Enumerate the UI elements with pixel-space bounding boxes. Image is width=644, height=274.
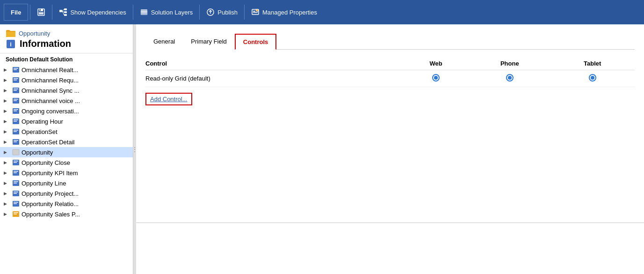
solution-layers-label: Solution Layers bbox=[151, 9, 193, 16]
svg-text:i: i bbox=[10, 41, 12, 48]
svg-rect-39 bbox=[14, 119, 18, 120]
svg-rect-64 bbox=[14, 212, 18, 213]
sidebar-item-operationset-detail[interactable]: ▶ OperationSet Detail bbox=[0, 137, 133, 147]
entity-breadcrumb: Opportunity bbox=[6, 29, 127, 37]
entity-icon bbox=[12, 190, 20, 197]
sidebar-item-label: Opportunity KPI Item bbox=[22, 170, 78, 177]
sidebar-item-opportunity[interactable]: ▶ Opportunity bbox=[0, 147, 133, 157]
tablet-radio-cell[interactable] bbox=[554, 70, 635, 87]
layers-icon bbox=[140, 8, 148, 16]
managed-properties-label: Managed Properties bbox=[262, 9, 317, 16]
entity-icon bbox=[12, 87, 20, 94]
svg-rect-20 bbox=[6, 32, 15, 37]
col-header-tablet: Tablet bbox=[554, 57, 635, 70]
managed-properties-button[interactable]: Managed Properties bbox=[246, 5, 322, 19]
sidebar-item-opportunity-sales[interactable]: ▶ Opportunity Sales P... bbox=[0, 209, 133, 219]
svg-rect-14 bbox=[141, 13, 147, 15]
chevron-right-icon: ▶ bbox=[4, 88, 10, 93]
sidebar-item-operating-hour[interactable]: ▶ Operating Hour bbox=[0, 116, 133, 126]
entity-title-text: Information bbox=[20, 38, 71, 49]
sidebar-item-label: Opportunity Project... bbox=[22, 190, 79, 197]
sidebar-item-label: Omnichannel Sync ... bbox=[22, 87, 80, 94]
sidebar: Opportunity i Information Solution Defau… bbox=[0, 24, 133, 274]
tab-controls[interactable]: Controls bbox=[235, 34, 276, 50]
svg-line-8 bbox=[62, 9, 64, 11]
tab-primary-field[interactable]: Primary Field bbox=[183, 34, 235, 50]
table-row: Read-only Grid (default) bbox=[145, 70, 635, 87]
toolbar-separator-2 bbox=[52, 5, 52, 20]
entity-title: i Information bbox=[6, 38, 127, 49]
entity-icon bbox=[12, 97, 20, 104]
folder-icon bbox=[6, 29, 16, 37]
sidebar-item-operationset[interactable]: ▶ OperationSet bbox=[0, 126, 133, 137]
sidebar-header: Opportunity i Information bbox=[0, 24, 133, 53]
svg-rect-45 bbox=[14, 140, 18, 141]
web-radio-cell[interactable] bbox=[406, 70, 469, 87]
svg-rect-31 bbox=[14, 90, 17, 91]
web-radio[interactable] bbox=[432, 74, 440, 81]
show-dependencies-button[interactable]: Show Dependencies bbox=[54, 5, 130, 19]
sidebar-item-omnichannel-voice[interactable]: ▶ Omnichannel voice ... bbox=[0, 96, 133, 106]
svg-rect-62 bbox=[14, 203, 17, 204]
svg-rect-46 bbox=[14, 141, 17, 142]
svg-rect-6 bbox=[64, 11, 67, 13]
svg-rect-40 bbox=[14, 121, 17, 122]
chevron-right-icon: ▶ bbox=[4, 119, 10, 124]
sidebar-section-title: Solution Default Solution bbox=[0, 53, 133, 65]
main-layout: Opportunity i Information Solution Defau… bbox=[0, 24, 644, 274]
svg-rect-49 bbox=[14, 161, 18, 162]
tablet-radio[interactable] bbox=[589, 74, 596, 81]
entity-icon bbox=[12, 138, 20, 146]
svg-rect-36 bbox=[14, 109, 18, 110]
file-button[interactable]: File bbox=[4, 4, 28, 21]
chevron-right-icon: ▶ bbox=[4, 181, 10, 185]
sidebar-item-omnichannel-realt[interactable]: ▶ Omnichannel Realt... bbox=[0, 65, 133, 75]
show-dependencies-label: Show Dependencies bbox=[70, 9, 126, 16]
svg-rect-56 bbox=[14, 183, 17, 184]
col-header-phone: Phone bbox=[469, 57, 554, 70]
toolbar-separator-5 bbox=[244, 5, 245, 20]
save-icon bbox=[37, 8, 45, 16]
sidebar-item-omnichannel-requ[interactable]: ▶ Omnichannel Requ... bbox=[0, 75, 133, 85]
save-button[interactable] bbox=[32, 5, 50, 19]
publish-button[interactable]: Publish bbox=[202, 5, 242, 19]
toolbar: File Show Dependencies bbox=[0, 0, 644, 24]
sidebar-item-opportunity-project[interactable]: ▶ Opportunity Project... bbox=[0, 188, 133, 199]
entity-icon bbox=[12, 200, 20, 207]
tab-general[interactable]: General bbox=[145, 34, 183, 50]
entity-icon bbox=[12, 76, 20, 84]
sidebar-item-opportunity-relatio[interactable]: ▶ Opportunity Relatio... bbox=[0, 199, 133, 209]
publish-label: Publish bbox=[217, 9, 238, 16]
entity-icon bbox=[12, 210, 20, 218]
entity-label-text: Opportunity bbox=[19, 30, 50, 37]
add-control-button[interactable]: Add Control... bbox=[145, 93, 192, 105]
svg-rect-3 bbox=[40, 9, 41, 11]
svg-rect-28 bbox=[14, 80, 17, 81]
svg-rect-43 bbox=[14, 131, 17, 132]
solution-layers-button[interactable]: Solution Layers bbox=[135, 5, 198, 19]
content-area: General Primary Field Controls Control W… bbox=[136, 24, 644, 274]
sidebar-item-ongoing-convers[interactable]: ▶ Ongoing conversati... bbox=[0, 106, 133, 116]
sidebar-item-opportunity-line[interactable]: ▶ Opportunity Line bbox=[0, 178, 133, 188]
tabs-row: General Primary Field Controls bbox=[145, 34, 635, 50]
sidebar-item-label: Ongoing conversati... bbox=[22, 108, 79, 115]
sidebar-item-opportunity-kpi[interactable]: ▶ Opportunity KPI Item bbox=[0, 168, 133, 178]
sidebar-item-label: Opportunity Sales P... bbox=[22, 211, 80, 218]
toolbar-separator-1 bbox=[30, 5, 30, 20]
svg-rect-52 bbox=[14, 171, 18, 172]
sidebar-item-label: Operating Hour bbox=[22, 118, 63, 125]
sidebar-item-opportunity-close[interactable]: ▶ Opportunity Close bbox=[0, 157, 133, 168]
svg-rect-27 bbox=[14, 78, 18, 79]
phone-radio-cell[interactable] bbox=[469, 70, 554, 87]
sidebar-item-label: Omnichannel Realt... bbox=[22, 67, 78, 74]
svg-rect-4 bbox=[59, 10, 62, 12]
svg-rect-18 bbox=[253, 12, 258, 13]
phone-radio[interactable] bbox=[506, 74, 514, 81]
chevron-right-icon: ▶ bbox=[4, 170, 10, 175]
sidebar-item-omnichannel-sync[interactable]: ▶ Omnichannel Sync ... bbox=[0, 85, 133, 96]
managed-icon bbox=[251, 8, 260, 16]
entity-icon bbox=[12, 107, 20, 115]
toolbar-separator-4 bbox=[199, 5, 200, 20]
col-header-web: Web bbox=[406, 57, 469, 70]
entity-icon bbox=[12, 128, 20, 135]
